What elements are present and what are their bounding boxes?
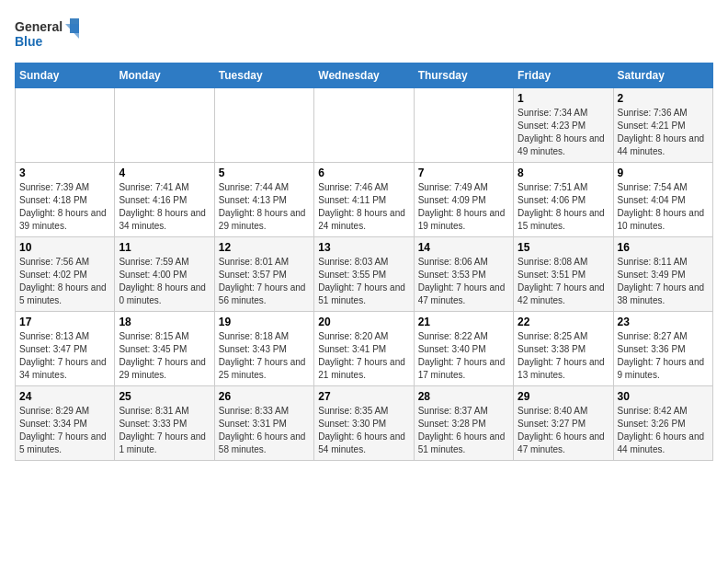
day-info: Sunrise: 8:37 AM Sunset: 3:28 PM Dayligh… xyxy=(418,405,509,456)
calendar-cell: 23Sunrise: 8:27 AM Sunset: 3:36 PM Dayli… xyxy=(613,312,712,386)
calendar-cell: 12Sunrise: 8:01 AM Sunset: 3:57 PM Dayli… xyxy=(214,237,313,312)
calendar-cell: 13Sunrise: 8:03 AM Sunset: 3:55 PM Dayli… xyxy=(314,237,414,312)
day-number: 29 xyxy=(518,390,609,403)
day-info: Sunrise: 7:46 AM Sunset: 4:11 PM Dayligh… xyxy=(318,181,409,233)
col-header-wednesday: Wednesday xyxy=(314,63,414,88)
logo-svg: General Blue xyxy=(15,15,79,55)
calendar-cell: 28Sunrise: 8:37 AM Sunset: 3:28 PM Dayli… xyxy=(414,386,513,461)
day-info: Sunrise: 8:03 AM Sunset: 3:55 PM Dayligh… xyxy=(318,256,409,307)
calendar-cell: 24Sunrise: 8:29 AM Sunset: 3:34 PM Dayli… xyxy=(16,386,115,461)
day-info: Sunrise: 8:11 AM Sunset: 3:49 PM Dayligh… xyxy=(618,256,709,307)
col-header-saturday: Saturday xyxy=(613,63,712,88)
calendar-cell: 6Sunrise: 7:46 AM Sunset: 4:11 PM Daylig… xyxy=(314,163,414,237)
calendar-week-row: 17Sunrise: 8:13 AM Sunset: 3:47 PM Dayli… xyxy=(16,312,713,386)
day-number: 8 xyxy=(518,167,609,179)
calendar-cell: 8Sunrise: 7:51 AM Sunset: 4:06 PM Daylig… xyxy=(514,163,613,237)
calendar-cell xyxy=(16,88,115,163)
page-header: General Blue xyxy=(15,15,713,55)
calendar-cell xyxy=(214,88,313,163)
calendar-cell: 20Sunrise: 8:20 AM Sunset: 3:41 PM Dayli… xyxy=(314,312,414,386)
col-header-friday: Friday xyxy=(514,63,613,88)
calendar-week-row: 1Sunrise: 7:34 AM Sunset: 4:23 PM Daylig… xyxy=(16,88,713,163)
calendar-cell xyxy=(414,88,513,163)
svg-text:Blue: Blue xyxy=(15,34,43,49)
calendar-cell: 4Sunrise: 7:41 AM Sunset: 4:16 PM Daylig… xyxy=(115,163,214,237)
day-info: Sunrise: 7:59 AM Sunset: 4:00 PM Dayligh… xyxy=(119,256,210,307)
calendar-cell: 11Sunrise: 7:59 AM Sunset: 4:00 PM Dayli… xyxy=(115,237,214,312)
calendar-cell: 22Sunrise: 8:25 AM Sunset: 3:38 PM Dayli… xyxy=(514,312,613,386)
calendar-cell: 29Sunrise: 8:40 AM Sunset: 3:27 PM Dayli… xyxy=(514,386,613,461)
day-info: Sunrise: 7:56 AM Sunset: 4:02 PM Dayligh… xyxy=(19,256,110,307)
calendar-cell: 1Sunrise: 7:34 AM Sunset: 4:23 PM Daylig… xyxy=(514,88,613,163)
day-number: 21 xyxy=(418,316,509,328)
day-number: 15 xyxy=(518,241,609,254)
day-number: 26 xyxy=(219,390,310,403)
day-info: Sunrise: 8:20 AM Sunset: 3:41 PM Dayligh… xyxy=(318,330,409,382)
calendar-cell: 30Sunrise: 8:42 AM Sunset: 3:26 PM Dayli… xyxy=(613,386,712,461)
svg-text:General: General xyxy=(15,19,63,34)
day-number: 12 xyxy=(219,241,310,254)
day-number: 6 xyxy=(318,167,409,179)
day-info: Sunrise: 8:27 AM Sunset: 3:36 PM Dayligh… xyxy=(618,330,709,382)
day-number: 24 xyxy=(19,390,110,403)
day-info: Sunrise: 7:39 AM Sunset: 4:18 PM Dayligh… xyxy=(19,181,110,233)
svg-marker-3 xyxy=(65,24,79,39)
calendar-week-row: 24Sunrise: 8:29 AM Sunset: 3:34 PM Dayli… xyxy=(16,386,713,461)
day-info: Sunrise: 8:22 AM Sunset: 3:40 PM Dayligh… xyxy=(418,330,509,382)
calendar-cell: 25Sunrise: 8:31 AM Sunset: 3:33 PM Dayli… xyxy=(115,386,214,461)
col-header-sunday: Sunday xyxy=(16,63,115,88)
col-header-thursday: Thursday xyxy=(414,63,513,88)
calendar-table: SundayMondayTuesdayWednesdayThursdayFrid… xyxy=(15,63,713,461)
day-number: 2 xyxy=(618,92,709,105)
day-info: Sunrise: 7:44 AM Sunset: 4:13 PM Dayligh… xyxy=(219,181,310,233)
day-number: 11 xyxy=(119,241,210,254)
day-info: Sunrise: 7:34 AM Sunset: 4:23 PM Dayligh… xyxy=(518,107,609,158)
calendar-header-row: SundayMondayTuesdayWednesdayThursdayFrid… xyxy=(16,63,713,88)
day-info: Sunrise: 7:49 AM Sunset: 4:09 PM Dayligh… xyxy=(418,181,509,233)
day-number: 9 xyxy=(618,167,709,179)
day-number: 17 xyxy=(19,316,110,328)
day-number: 22 xyxy=(518,316,609,328)
calendar-cell: 21Sunrise: 8:22 AM Sunset: 3:40 PM Dayli… xyxy=(414,312,513,386)
calendar-cell: 14Sunrise: 8:06 AM Sunset: 3:53 PM Dayli… xyxy=(414,237,513,312)
calendar-cell: 27Sunrise: 8:35 AM Sunset: 3:30 PM Dayli… xyxy=(314,386,414,461)
calendar-cell: 26Sunrise: 8:33 AM Sunset: 3:31 PM Dayli… xyxy=(214,386,313,461)
col-header-tuesday: Tuesday xyxy=(214,63,313,88)
day-info: Sunrise: 7:54 AM Sunset: 4:04 PM Dayligh… xyxy=(618,181,709,233)
calendar-cell xyxy=(314,88,414,163)
day-number: 14 xyxy=(418,241,509,254)
calendar-cell: 3Sunrise: 7:39 AM Sunset: 4:18 PM Daylig… xyxy=(16,163,115,237)
logo: General Blue xyxy=(15,15,79,55)
day-info: Sunrise: 8:29 AM Sunset: 3:34 PM Dayligh… xyxy=(19,405,110,456)
day-number: 25 xyxy=(119,390,210,403)
day-info: Sunrise: 7:41 AM Sunset: 4:16 PM Dayligh… xyxy=(119,181,210,233)
day-info: Sunrise: 8:15 AM Sunset: 3:45 PM Dayligh… xyxy=(119,330,210,382)
day-number: 3 xyxy=(19,167,110,179)
calendar-cell: 17Sunrise: 8:13 AM Sunset: 3:47 PM Dayli… xyxy=(16,312,115,386)
day-info: Sunrise: 8:01 AM Sunset: 3:57 PM Dayligh… xyxy=(219,256,310,307)
calendar-cell: 19Sunrise: 8:18 AM Sunset: 3:43 PM Dayli… xyxy=(214,312,313,386)
calendar-cell: 7Sunrise: 7:49 AM Sunset: 4:09 PM Daylig… xyxy=(414,163,513,237)
day-number: 5 xyxy=(219,167,310,179)
day-number: 16 xyxy=(618,241,709,254)
calendar-week-row: 10Sunrise: 7:56 AM Sunset: 4:02 PM Dayli… xyxy=(16,237,713,312)
calendar-cell: 10Sunrise: 7:56 AM Sunset: 4:02 PM Dayli… xyxy=(16,237,115,312)
day-number: 18 xyxy=(119,316,210,328)
calendar-cell xyxy=(115,88,214,163)
calendar-cell: 9Sunrise: 7:54 AM Sunset: 4:04 PM Daylig… xyxy=(613,163,712,237)
day-info: Sunrise: 8:40 AM Sunset: 3:27 PM Dayligh… xyxy=(518,405,609,456)
day-number: 4 xyxy=(119,167,210,179)
day-info: Sunrise: 8:31 AM Sunset: 3:33 PM Dayligh… xyxy=(119,405,210,456)
day-number: 10 xyxy=(19,241,110,254)
day-info: Sunrise: 8:42 AM Sunset: 3:26 PM Dayligh… xyxy=(618,405,709,456)
day-info: Sunrise: 8:35 AM Sunset: 3:30 PM Dayligh… xyxy=(318,405,409,456)
day-info: Sunrise: 8:08 AM Sunset: 3:51 PM Dayligh… xyxy=(518,256,609,307)
calendar-cell: 18Sunrise: 8:15 AM Sunset: 3:45 PM Dayli… xyxy=(115,312,214,386)
day-info: Sunrise: 8:18 AM Sunset: 3:43 PM Dayligh… xyxy=(219,330,310,382)
calendar-week-row: 3Sunrise: 7:39 AM Sunset: 4:18 PM Daylig… xyxy=(16,163,713,237)
day-number: 13 xyxy=(318,241,409,254)
calendar-cell: 16Sunrise: 8:11 AM Sunset: 3:49 PM Dayli… xyxy=(613,237,712,312)
calendar-cell: 5Sunrise: 7:44 AM Sunset: 4:13 PM Daylig… xyxy=(214,163,313,237)
calendar-cell: 15Sunrise: 8:08 AM Sunset: 3:51 PM Dayli… xyxy=(514,237,613,312)
day-number: 20 xyxy=(318,316,409,328)
